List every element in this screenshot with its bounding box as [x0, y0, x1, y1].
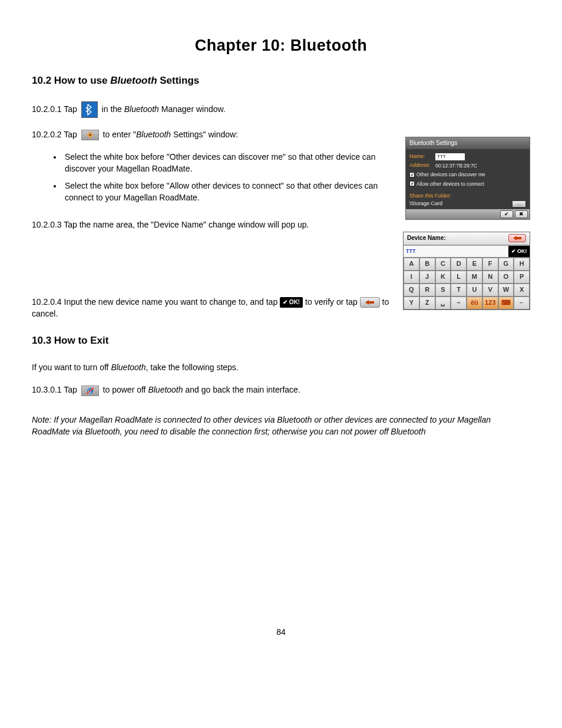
key: B — [419, 258, 435, 271]
section-10-2-title: 10.2 How to use Bluetooth Settings — [32, 74, 530, 88]
text: Settings" window: — [171, 130, 238, 139]
bt-addr-label: Address: — [409, 162, 435, 169]
cancel-button-icon: ✖ — [515, 210, 528, 218]
text: , take the following steps. — [146, 363, 239, 372]
key: A — [404, 258, 419, 271]
key: I — [404, 271, 419, 284]
svg-rect-6 — [368, 301, 374, 304]
key: T — [451, 284, 467, 297]
key: G — [498, 258, 514, 271]
text: to power off — [103, 385, 148, 394]
key: F — [482, 258, 498, 271]
key: V — [482, 284, 498, 297]
key-keyboard: ⌨ — [498, 297, 514, 309]
bt-check-discover: ✔ Other devices can discover me — [409, 171, 526, 178]
section-10-3-title: 10.3 How to Exit — [32, 334, 530, 348]
figure-device-name-keyboard: Device Name: TTT ✔ OK! A B C D E F G H I… — [403, 232, 530, 310]
key: P — [514, 271, 530, 284]
checkbox-icon: ✔ — [409, 181, 415, 186]
text-em: Bluetooth — [148, 385, 183, 394]
key-backspace: ← — [514, 297, 530, 309]
text: to verify or tap — [305, 297, 360, 307]
chapter-title: Chapter 10: Bluetooth — [32, 34, 530, 57]
key: J — [419, 271, 435, 284]
text-em: Bluetooth — [111, 363, 146, 372]
text: in the — [102, 104, 124, 114]
svg-point-1 — [89, 134, 91, 136]
text: to enter " — [103, 130, 136, 139]
step-10-2-0-1: 10.2.0.1 Tap in the Bluetooth Manager wi… — [32, 101, 530, 118]
exit-intro: If you want to turn off Bluetooth, take … — [32, 361, 530, 373]
text: and go back the main interface. — [183, 385, 300, 394]
key-123: 123 — [482, 297, 498, 309]
bt-check-connect: ✔ Allow other devices to connect — [409, 180, 526, 187]
step-10-3-0-1: 10.3.0.1 Tap to power off Bluetooth and … — [32, 384, 530, 396]
bluetooth-icon — [81, 101, 98, 118]
browse-button: ... — [512, 200, 526, 207]
bt-settings-header: Bluetooth Settings — [406, 137, 530, 150]
gear-icon — [81, 130, 99, 140]
text: 10.2.0.4 Input the new device name you w… — [32, 297, 280, 307]
key: Q — [404, 284, 419, 297]
key: L — [451, 271, 467, 284]
key: U — [467, 284, 482, 297]
text: 10.2.0.3 Tap the name area, the "Device … — [32, 220, 309, 229]
key: M — [467, 271, 482, 284]
bt-check1-text: Other devices can discover me — [416, 171, 485, 178]
bluetooth-off-icon — [81, 386, 99, 396]
bt-name-label: Name: — [409, 153, 435, 160]
key: H — [514, 258, 530, 271]
key: O — [498, 271, 514, 284]
key: Y — [404, 297, 419, 309]
kb-grid: A B C D E F G H I J K L M N O P Q R S T … — [404, 258, 530, 309]
page-number: 84 — [32, 626, 530, 638]
key-dash: – — [451, 297, 467, 309]
bt-folder: \Storage Card — [409, 200, 442, 207]
bt-addr-value: 00:12:37:7B:29:7C — [435, 162, 477, 169]
key: R — [419, 284, 435, 297]
back-icon — [508, 234, 526, 242]
text: Manager window. — [159, 104, 226, 114]
text-em: Bluetooth — [136, 130, 171, 139]
text-em: Bluetooth — [124, 104, 159, 114]
key: K — [435, 271, 451, 284]
key: C — [435, 258, 451, 271]
text: 10.3.0.1 Tap — [32, 385, 80, 394]
bt-share-label: Share this Folder: — [409, 192, 526, 200]
key: E — [467, 258, 482, 271]
kb-title: Device Name: — [407, 234, 446, 243]
key: W — [498, 284, 514, 297]
note-text: Note: If your Magellan RoadMate is conne… — [32, 414, 530, 438]
title-em: Bluetooth — [110, 75, 157, 86]
text: If you want to turn off — [32, 363, 111, 372]
confirm-button-icon: ✔ — [500, 210, 513, 218]
key: X — [514, 284, 530, 297]
text: 10.2.0.2 Tap — [32, 130, 80, 139]
title-post: Settings — [157, 75, 200, 86]
bt-check2-text: Allow other devices to connect — [416, 180, 484, 187]
text: 10.2.0.1 Tap — [32, 104, 80, 114]
key: Z — [419, 297, 435, 309]
title-pre: 10.2 How to use — [32, 75, 110, 86]
figure-bluetooth-settings: Bluetooth Settings Name: TTT Address: 00… — [405, 137, 530, 220]
key: D — [451, 258, 467, 271]
ok-icon: OK! — [280, 297, 303, 308]
kb-input-value: TTT — [404, 246, 508, 257]
key: N — [482, 271, 498, 284]
checkbox-icon: ✔ — [409, 172, 415, 177]
key-space: ␣ — [435, 297, 451, 309]
key: S — [435, 284, 451, 297]
bt-name-field: TTT — [435, 153, 465, 160]
back-icon — [360, 297, 380, 308]
kb-ok-button: ✔ OK! — [508, 246, 530, 257]
step-10-2-0-3: 10.2.0.3 Tap the name area, the "Device … — [32, 219, 530, 230]
key-accents: ëü — [467, 297, 482, 309]
